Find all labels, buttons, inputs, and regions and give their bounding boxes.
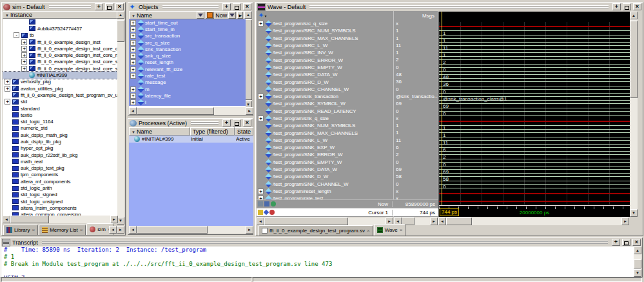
object-item[interactable]: + snk_transaction <box>129 46 246 52</box>
waveform-row[interactable] <box>439 22 630 29</box>
tree-expander-icon[interactable]: - <box>14 32 19 38</box>
signal-value[interactable]: 1 <box>394 49 438 56</box>
instance-tree-item[interactable]: + verbosity_pkg <box>3 79 117 85</box>
waveform-row[interactable]: 1 <box>439 51 630 58</box>
instance-tree-item[interactable]: auk_dspip_math_pkg <box>3 132 117 138</box>
scroll-left-icon[interactable] <box>129 226 137 234</box>
wave-signal-row[interactable]: + /test_program/rate_test <box>257 195 393 199</box>
instance-tree-item[interactable]: auk_dspip_r22sdf_lib_pkg <box>3 152 117 158</box>
wave-signal-row[interactable]: /test_program/SRC_CHANNEL_W <box>257 86 393 93</box>
scroll-track[interactable] <box>137 226 246 234</box>
instance-tree-item[interactable]: std_logic_unsigned <box>3 198 117 205</box>
tree-expander-icon[interactable]: + <box>21 39 27 45</box>
waveform-row[interactable]: 48 <box>439 73 630 80</box>
scroll-down-icon[interactable] <box>630 209 638 217</box>
waveform-row[interactable]: 11 <box>439 44 630 51</box>
panel-tab[interactable]: Library <box>3 225 38 235</box>
processes-horizontal-scrollbar[interactable] <box>129 226 253 234</box>
signal-value[interactable]: x <box>394 195 438 199</box>
cursor-lock-icon[interactable] <box>258 210 263 215</box>
instance-tree-item[interactable]: standard <box>3 105 117 112</box>
wave-signal-row[interactable]: /test_program/SNK_READ_LATENCY <box>257 108 393 115</box>
scroll-up-icon[interactable] <box>630 12 638 19</box>
instance-tree-item[interactable]: + fft_ii_0_example_design_inst_core_rst_… <box>3 52 117 58</box>
scroll-thumb[interactable] <box>117 20 124 42</box>
object-expander-icon[interactable]: + <box>130 26 136 32</box>
cursor-delete-icon[interactable] <box>269 210 275 215</box>
tree-expander-icon[interactable]: + <box>21 46 27 52</box>
object-expander-icon[interactable]: + <box>130 46 136 52</box>
instance-tree-item[interactable]: - tb <box>3 32 117 39</box>
objects-column-header[interactable]: Name Now ▶ <box>129 11 246 19</box>
object-item[interactable]: + src_q_size <box>129 39 246 46</box>
object-item[interactable]: + relevant_fft_size <box>129 66 246 72</box>
instance-tree-item[interactable]: + fft_ii_0_example_design_inst <box>3 39 117 45</box>
panel-drag-grip[interactable] <box>42 241 608 244</box>
scroll-up-icon[interactable] <box>117 11 124 19</box>
instance-column-header[interactable]: Instance <box>3 11 117 19</box>
waveform-row[interactable]: 0 <box>439 66 630 73</box>
scroll-track[interactable] <box>137 107 246 115</box>
signal-value[interactable]: 11 <box>394 42 438 49</box>
waveform-row[interactable]: 2 <box>439 153 630 160</box>
instance-tree-item[interactable]: fft_ii_0_example_design_test_program_sv_… <box>3 92 117 98</box>
signal-expander-icon[interactable]: + <box>258 188 264 194</box>
waveform-row[interactable]: 69 <box>439 168 630 175</box>
scroll-right-icon[interactable] <box>246 107 253 115</box>
expand-panel-button[interactable] <box>222 3 231 10</box>
waveform-row[interactable]: 58 <box>439 175 630 182</box>
wave-signal-row[interactable]: /test_program/SRC_ERROR_W <box>257 56 393 63</box>
object-item[interactable]: + reset_length <box>129 59 246 66</box>
signal-value[interactable]: 2 <box>394 56 438 63</box>
expand-panel-button[interactable] <box>612 239 620 246</box>
expand-toolbar-icon[interactable]: ▶ <box>237 12 243 19</box>
tree-expander-icon[interactable]: + <box>5 86 10 92</box>
instance-tree-item[interactable]: lpm_components <box>3 172 117 178</box>
wave-signal-row[interactable]: /test_program/SNK_EMPTY_W <box>257 159 393 166</box>
undock-panel-button[interactable] <box>233 3 241 10</box>
wave-signal-row[interactable]: + /test_program/snk_transaction <box>257 93 393 100</box>
instance-tree-item[interactable]: std_logic_1164 <box>3 118 117 125</box>
instance-tree-item[interactable]: auk_dspip_lib_pkg <box>3 138 117 145</box>
instance-tree-item[interactable]: std_logic_signed <box>3 192 117 198</box>
tabs-scroll-left-icon[interactable] <box>109 226 117 234</box>
panel-drag-grip[interactable] <box>162 5 219 8</box>
object-item[interactable]: + rate_test <box>129 72 246 79</box>
wave-signal-row[interactable]: /test_program/SNK_D_W <box>257 173 393 180</box>
scroll-down-icon[interactable] <box>634 269 641 277</box>
signal-value[interactable]: 1 <box>394 27 438 34</box>
waveform-row[interactable]: 1 <box>439 124 630 131</box>
scroll-thumb[interactable] <box>137 107 214 115</box>
undock-panel-button[interactable] <box>623 3 631 10</box>
cursor-edit-icon[interactable] <box>264 210 269 215</box>
scroll-track[interactable] <box>634 254 641 269</box>
wave-signal-row[interactable]: /test_program/SRC_INV_W <box>257 49 393 56</box>
waveform-row[interactable]: 0 <box>439 88 630 95</box>
waveform-row[interactable]: 2 <box>439 58 630 65</box>
instance-tree-item[interactable]: + avalon_utilities_pkg <box>3 85 117 92</box>
signal-expander-icon[interactable]: + <box>258 21 264 26</box>
filter-edit-icon[interactable] <box>228 12 236 19</box>
undock-panel-button[interactable] <box>622 239 630 246</box>
column-separator[interactable] <box>393 11 394 217</box>
tab-close-icon[interactable] <box>400 227 403 233</box>
waveform-row[interactable]: 36 <box>439 80 630 87</box>
object-expander-icon[interactable]: + <box>130 99 136 105</box>
expand-panel-button[interactable] <box>95 3 103 10</box>
object-item[interactable]: message <box>129 79 246 86</box>
tab-close-icon[interactable] <box>80 227 83 233</box>
object-expander-icon[interactable]: + <box>130 20 136 26</box>
wave-signal-row[interactable]: /test_program/SNK_EXP_W <box>257 144 393 151</box>
instance-tree-item[interactable]: + std <box>3 99 117 105</box>
wave-signal-row[interactable]: + /test_program/snk_q_size <box>257 115 393 122</box>
wave-signal-row[interactable]: /test_program/SNK_SYMBOL_W <box>257 100 393 107</box>
waveform-row[interactable]: 11 <box>439 139 630 146</box>
signal-value[interactable]: @snk_transactio... <box>394 93 438 100</box>
waveform-row[interactable]: 0 <box>439 110 630 117</box>
instance-tree-item[interactable]: auk_dspip_text_pkg <box>3 165 117 172</box>
undock-panel-button[interactable] <box>105 3 113 10</box>
object-expander-icon[interactable]: + <box>130 93 136 99</box>
cursor-row[interactable]: Cursor 1 744 ps <box>257 208 438 216</box>
scroll-left-icon[interactable] <box>129 107 137 115</box>
signal-value[interactable]: 69 <box>394 100 438 107</box>
